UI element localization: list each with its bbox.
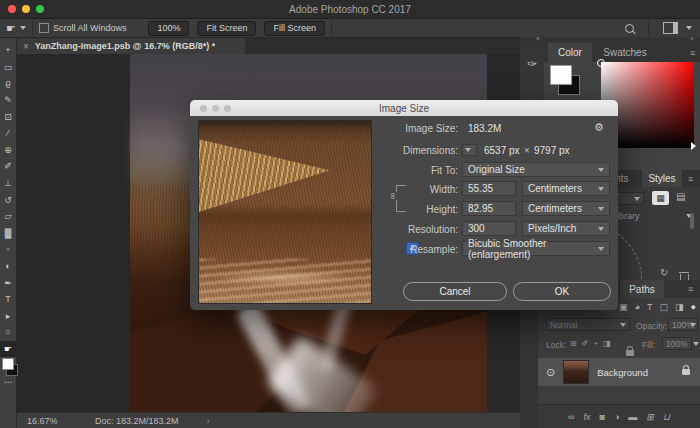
new-layer-icon[interactable]: ⊞ [646,412,654,422]
marquee-tool[interactable]: ▭ [0,59,17,76]
eraser-tool[interactable]: ▱ [0,208,17,225]
cancel-button[interactable]: Cancel [403,282,507,301]
history-brush-tool[interactable]: ↺ [0,191,17,208]
crop-tool[interactable]: ⊡ [0,108,17,125]
minimize-window-button[interactable] [22,5,30,13]
shape-tool[interactable]: ○ [0,324,17,341]
scroll-all-windows-checkbox[interactable] [39,23,49,33]
dimensions-width-value: 6537 px [484,145,520,156]
panel-menu-icon[interactable]: ≡ [688,284,693,294]
hand-tool[interactable]: ☛ [0,341,17,358]
width-unit-dropdown[interactable]: Centimeters [522,181,610,196]
brush-tool[interactable]: ✐ [0,158,17,175]
scrollbar-thumb[interactable] [690,213,694,229]
dialog-title-bar[interactable]: Image Size [190,100,618,116]
image-size-preview[interactable] [198,120,372,304]
blur-tool[interactable]: ◦ [0,241,17,258]
fit-screen-button[interactable]: Fit Screen [197,21,256,36]
dodge-tool[interactable]: ◐ [0,258,17,275]
tab-paths[interactable]: Paths [620,280,664,298]
dialog-close-button[interactable] [200,105,207,112]
dimensions-times: × [524,145,530,156]
workspace-chevron-icon[interactable] [686,26,692,30]
collapse-panels-icon[interactable]: « [536,35,540,42]
search-icon[interactable] [625,24,634,33]
width-input[interactable]: 55.35 [462,181,516,196]
filter-adjustment-layers-icon[interactable]: ◕ [635,302,640,312]
layer-effects-icon[interactable]: fx [583,412,590,422]
picker-position-dot[interactable] [597,59,605,67]
zoom-100-button[interactable]: 100% [148,21,189,36]
healing-brush-tool[interactable]: ⊕ [0,142,17,159]
close-window-button[interactable] [8,5,16,13]
lasso-tool[interactable]: ϱ [0,75,17,92]
lock-transparent-icon[interactable]: ⊞ [570,339,577,348]
zoom-level[interactable]: 16.67% [27,416,77,426]
group-layers-icon[interactable]: ▬ [628,412,637,422]
foreground-color-swatch[interactable] [550,65,572,85]
panel-menu-icon[interactable]: ≡ [690,48,695,58]
adjustment-layer-icon[interactable]: ◑ [614,412,619,422]
status-chevron-icon[interactable]: › [207,416,210,426]
path-select-tool[interactable]: ▸ [0,308,17,325]
ok-button[interactable]: OK [513,282,611,301]
panel-menu-icon[interactable]: ≡ [688,174,693,184]
delete-layer-icon[interactable]: ⊔ [663,412,670,422]
tab-color[interactable]: Color [548,43,592,62]
foreground-color-swatch[interactable] [2,358,14,370]
layer-row-background[interactable]: ⊙ Background [538,358,700,386]
close-tab-icon[interactable]: × [23,41,29,52]
resolution-input[interactable]: 300 [462,221,516,236]
layer-filter-toggle[interactable]: ● [691,302,696,312]
resample-method-dropdown[interactable]: Bicubic Smoother (enlargement) [462,241,610,256]
chevron-down-icon[interactable] [693,342,699,346]
dialog-minimize-button[interactable] [212,105,219,112]
type-tool[interactable]: T [0,291,17,308]
height-input[interactable]: 82.95 [462,201,516,216]
dimensions-unit-dropdown[interactable] [462,144,477,156]
height-unit-dropdown[interactable]: Centimeters [522,201,610,216]
lock-move-icon[interactable]: + [593,339,598,348]
filter-smart-objects-icon[interactable]: ◨ [675,302,684,312]
grid-view-button[interactable]: ▦ [652,191,669,205]
zoom-window-button[interactable] [36,5,44,13]
workspace-icon[interactable] [663,22,678,34]
gear-icon[interactable]: ⚙ [594,121,604,134]
chevron-down-icon [598,207,604,211]
fit-to-dropdown[interactable]: Original Size [462,162,610,177]
fill-label: Fill: [642,340,655,350]
fit-to-label: Fit To: [378,165,458,176]
pen-tool[interactable]: ✒ [0,274,17,291]
clone-stamp-tool[interactable]: ⊥ [0,175,17,192]
collapse-dock-icon[interactable]: » [690,35,694,42]
tool-preset-chevron-icon[interactable] [20,26,26,30]
document-tab[interactable]: × YanZhang-Image1.psb @ 16.7% (RGB/8*) * [17,38,245,54]
gradient-tool[interactable]: ▓ [0,225,17,242]
tab-swatches[interactable]: Swatches [596,43,654,62]
filter-pixel-layers-icon[interactable]: ▣ [619,302,628,312]
dialog-zoom-button[interactable] [224,105,231,112]
lock-all-icon[interactable] [626,350,634,356]
sync-icon[interactable]: ↻ [660,267,668,278]
lock-paint-icon[interactable]: ✐ [582,339,589,348]
quick-selection-tool[interactable]: ✎ [0,92,17,109]
layer-visibility-icon[interactable]: ⊙ [546,366,555,379]
link-layers-icon[interactable]: ∞ [568,412,574,422]
resolution-unit-dropdown[interactable]: Pixels/Inch [522,221,610,236]
filter-shape-layers-icon[interactable]: ▢ [660,302,669,312]
lock-artboard-icon[interactable]: ◨ [603,339,611,348]
edit-toolbar[interactable]: ⋯ [0,374,17,391]
list-view-button[interactable]: ▤ [676,191,685,202]
eyedropper-tool[interactable]: ∕ [0,125,17,142]
brushes-panel-icon[interactable]: ✑ [522,51,542,77]
tab-styles[interactable]: Styles [642,170,682,187]
blend-mode-dropdown[interactable]: Normal [546,318,630,331]
move-tool[interactable]: + [0,42,17,59]
layer-mask-icon[interactable]: ◙ [599,412,604,422]
fill-dropdown[interactable]: 100% [662,337,692,350]
fill-screen-button[interactable]: Fill Screen [264,21,325,36]
chevron-down-icon[interactable] [690,323,696,327]
filter-type-layers-icon[interactable]: T [647,302,653,312]
layer-thumbnail[interactable] [563,360,589,384]
resample-method-value: Bicubic Smoother (enlargement) [468,238,598,260]
